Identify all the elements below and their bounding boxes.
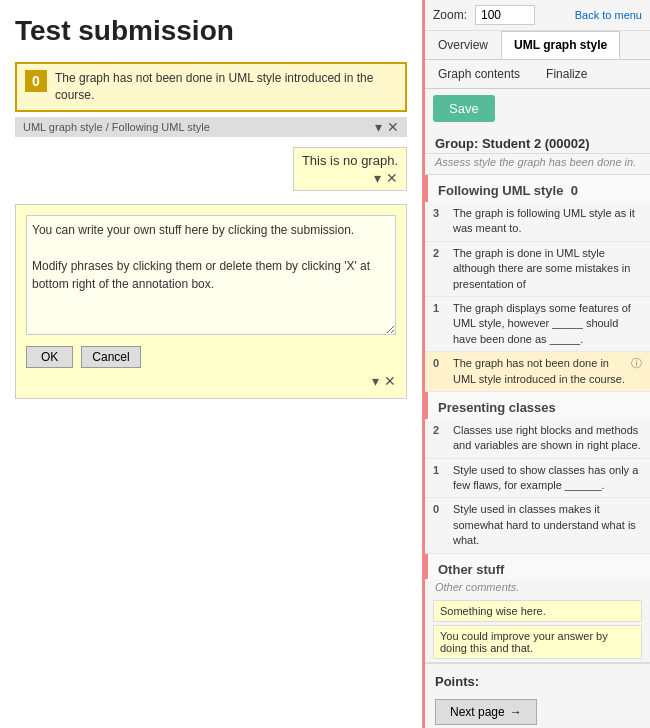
breadcrumb-row: UML graph style / Following UML style ▾ … (15, 117, 407, 137)
breadcrumb-text: UML graph style / Following UML style (23, 121, 210, 133)
zoom-input[interactable] (475, 5, 535, 25)
annotation-buttons: OK Cancel (26, 346, 396, 368)
rubric-num: 3 (433, 206, 447, 221)
group-subtitle: Assess style the graph has been done in. (425, 154, 650, 175)
presenting-classes-title: Presenting classes (425, 392, 650, 419)
warning-text: The graph has not been done in UML style… (55, 70, 397, 104)
next-page-label: Next page (450, 705, 505, 719)
rubric-item[interactable]: 1 Style used to show classes has only a … (425, 459, 650, 499)
rubric-item[interactable]: 1 The graph displays some features of UM… (425, 297, 650, 352)
breadcrumb-actions: ▾ ✕ (375, 120, 399, 134)
annotation-textarea[interactable]: You can write your own stuff here by cli… (26, 215, 396, 335)
tabs-row-2: Graph contents Finalize (425, 60, 650, 89)
rubric-item[interactable]: 3 The graph is following UML style as it… (425, 202, 650, 242)
tab-finalize[interactable]: Finalize (533, 60, 600, 88)
back-to-menu-link[interactable]: Back to menu (575, 9, 642, 21)
right-panel: Zoom: Back to menu Overview UML graph st… (425, 0, 650, 728)
tab-overview[interactable]: Overview (425, 31, 501, 59)
following-uml-title: Following UML style 0 (425, 175, 650, 202)
no-graph-text: This is no graph. (302, 153, 398, 168)
rubric-item[interactable]: 0 Style used in classes makes it somewha… (425, 498, 650, 553)
other-stuff-subtitle: Other comments. (425, 579, 650, 597)
info-icon: ⓘ (631, 356, 642, 371)
rubric-num: 0 (433, 502, 447, 517)
next-page-arrow-icon: → (510, 705, 522, 719)
rubric-num: 2 (433, 423, 447, 438)
warning-badge: 0 (25, 70, 47, 92)
zoom-bar: Zoom: Back to menu (425, 0, 650, 31)
rubric-num: 2 (433, 246, 447, 261)
next-page-button[interactable]: Next page → (435, 699, 537, 725)
presenting-classes-items: 2 Classes use right blocks and methods a… (425, 419, 650, 554)
rubric-text: The graph displays some features of UML … (453, 301, 642, 347)
breadcrumb-close-btn[interactable]: ✕ (387, 120, 399, 134)
rubric-num: 1 (433, 301, 447, 316)
save-button[interactable]: Save (433, 95, 495, 122)
zoom-label: Zoom: (433, 8, 467, 22)
rubric-item-selected[interactable]: 0 The graph has not been done in UML sty… (425, 352, 650, 392)
comment-box-1: Something wise here. (433, 600, 642, 622)
rubric-text: The graph is following UML style as it w… (453, 206, 642, 237)
no-graph-close-btn[interactable]: ✕ (386, 171, 398, 185)
annotation-close-btn[interactable]: ✕ (384, 374, 396, 388)
no-graph-down-btn[interactable]: ▾ (374, 171, 381, 185)
annotation-area: You can write your own stuff here by cli… (15, 204, 407, 399)
other-stuff-title: Other stuff (425, 554, 650, 579)
no-graph-actions: ▾ ✕ (374, 171, 398, 185)
following-uml-items: 3 The graph is following UML style as it… (425, 202, 650, 392)
rubric-item[interactable]: 2 The graph is done in UML style althoug… (425, 242, 650, 297)
rubric-num: 1 (433, 463, 447, 478)
breadcrumb-down-btn[interactable]: ▾ (375, 120, 382, 134)
rubric-text: The graph has not been done in UML style… (453, 356, 627, 387)
annotation-down-btn[interactable]: ▾ (372, 374, 379, 388)
cancel-button[interactable]: Cancel (81, 346, 140, 368)
rubric-text: Classes use right blocks and methods and… (453, 423, 642, 454)
tabs-row-1: Overview UML graph style (425, 31, 650, 60)
warning-box: 0 The graph has not been done in UML sty… (15, 62, 407, 112)
rubric-num: 0 (433, 356, 447, 371)
points-section: Points: (425, 662, 650, 693)
comment-box-2: You could improve your answer by doing t… (433, 625, 642, 659)
rubric-text: The graph is done in UML style although … (453, 246, 642, 292)
annotation-bottom-actions: ▾ ✕ (26, 374, 396, 388)
left-panel: Test submission 0 The graph has not been… (0, 0, 425, 728)
tab-uml-graph-style[interactable]: UML graph style (501, 31, 620, 59)
page-title: Test submission (15, 15, 407, 47)
rubric-item[interactable]: 2 Classes use right blocks and methods a… (425, 419, 650, 459)
rubric-text: Style used to show classes has only a fe… (453, 463, 642, 494)
no-graph-box: This is no graph. ▾ ✕ (293, 147, 407, 191)
ok-button[interactable]: OK (26, 346, 73, 368)
tab-graph-contents[interactable]: Graph contents (425, 60, 533, 88)
group-header: Group: Student 2 (00002) (425, 128, 650, 154)
rubric-text: Style used in classes makes it somewhat … (453, 502, 642, 548)
right-content: Group: Student 2 (00002) Assess style th… (425, 128, 650, 728)
